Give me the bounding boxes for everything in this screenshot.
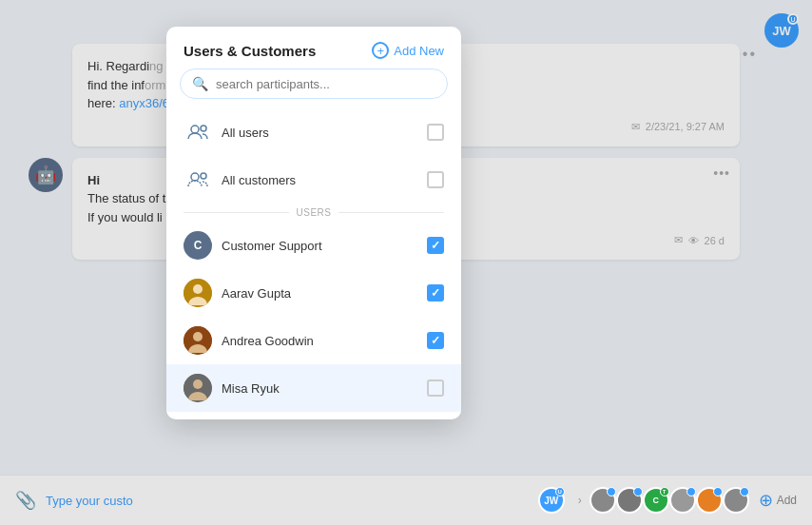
andrea-goodwin-checkbox[interactable]: [427, 332, 444, 349]
jw-badge: U: [555, 487, 565, 496]
misa-ryuk-checkbox[interactable]: [427, 379, 444, 397]
svg-point-0: [191, 126, 199, 133]
svg-point-2: [191, 173, 199, 181]
andrea-goodwin-avatar: [184, 326, 212, 355]
svg-point-5: [193, 284, 203, 294]
add-new-label: Add New: [394, 44, 444, 58]
avatar4-badge: [686, 487, 696, 496]
bottom-avatar-3: C T: [643, 487, 669, 514]
section-divider: users: [166, 204, 461, 222]
user-row-misa-ryuk[interactable]: Misa Ryuk: [166, 364, 461, 412]
svg-point-3: [201, 173, 206, 179]
svg-point-1: [201, 126, 206, 131]
panel-bottom-space: [166, 412, 461, 419]
andrea-goodwin-label: Andrea Goodwin: [222, 334, 417, 348]
aarav-gupta-label: Aarav Gupta: [222, 286, 417, 301]
all-users-checkbox[interactable]: [427, 124, 444, 141]
user-row-aarav-gupta[interactable]: Aarav Gupta: [166, 269, 461, 317]
all-customers-label: All customers: [222, 173, 417, 187]
all-customers-row[interactable]: All customers: [166, 156, 461, 204]
search-box[interactable]: 🔍: [180, 68, 448, 99]
avatar1-badge: [607, 487, 616, 496]
aarav-gupta-avatar: [184, 279, 212, 307]
all-users-label: All users: [222, 126, 417, 140]
panel-header: Users & Customers + Add New: [166, 27, 461, 68]
customer-support-icon: C: [184, 231, 212, 260]
bottom-avatar-1: [590, 487, 616, 514]
misa-ryuk-label: Misa Ryuk: [222, 381, 417, 396]
search-icon: 🔍: [192, 76, 208, 91]
misa-ryuk-avatar: [184, 374, 212, 402]
customer-support-label: Customer Support: [222, 239, 417, 253]
avatar6-badge: [740, 487, 749, 496]
all-customers-checkbox[interactable]: [427, 171, 444, 188]
avatar3-badge: T: [660, 487, 669, 496]
users-customers-panel: Users & Customers + Add New 🔍 All users: [166, 27, 461, 419]
user-row-andrea-goodwin[interactable]: Andrea Goodwin: [166, 317, 461, 364]
avatar5-badge: [713, 487, 723, 496]
svg-point-9: [193, 379, 203, 389]
panel-title: Users & Customers: [184, 43, 316, 59]
bottom-avatar-6: [723, 487, 749, 514]
bottom-avatar-2: [616, 487, 643, 514]
search-input[interactable]: [216, 77, 435, 91]
bottom-avatar-5: [696, 487, 723, 514]
add-new-button[interactable]: + Add New: [372, 42, 444, 59]
customer-support-checkbox[interactable]: [427, 237, 444, 254]
bottom-avatar-jw: JW U: [538, 487, 565, 514]
avatar2-badge: [633, 487, 643, 496]
aarav-gupta-checkbox[interactable]: [427, 284, 444, 301]
all-users-icon: [184, 118, 212, 146]
svg-point-7: [193, 332, 203, 341]
add-new-icon: +: [372, 42, 389, 59]
bottom-avatar-4: [669, 487, 696, 514]
all-customers-icon: [184, 165, 212, 194]
all-users-row[interactable]: All users: [166, 108, 461, 156]
user-row-customer-support[interactable]: C Customer Support: [166, 222, 461, 269]
